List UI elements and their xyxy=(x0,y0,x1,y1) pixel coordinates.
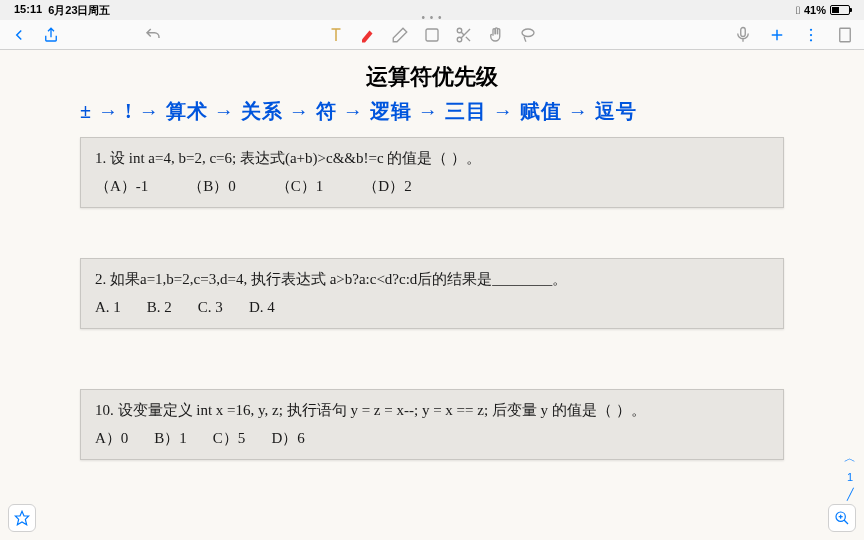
svg-line-5 xyxy=(461,32,464,35)
scissors-icon[interactable] xyxy=(455,26,473,44)
status-date: 6月23日周五 xyxy=(48,3,110,18)
svg-rect-7 xyxy=(741,27,746,36)
battery-icon xyxy=(830,5,850,15)
svg-point-1 xyxy=(457,28,462,33)
svg-line-16 xyxy=(844,520,848,524)
add-icon[interactable] xyxy=(768,26,786,44)
question-2: 2. 如果a=1,b=2,c=3,d=4, 执行表达式 a>b?a:c<d?c:… xyxy=(80,258,784,329)
svg-point-11 xyxy=(810,33,812,35)
question-10: 10. 设变量定义 int x =16, y, z; 执行语句 y = z = … xyxy=(80,389,784,460)
wifi-icon: 􀙇 xyxy=(796,4,800,16)
note-canvas[interactable]: 运算符优先级 ± → ! → 算术 → 关系 → 符 → 逻辑 → 三目 → 赋… xyxy=(0,50,864,540)
svg-rect-0 xyxy=(426,29,438,41)
toolbar: • • • xyxy=(0,20,864,50)
nav-up-icon[interactable]: ︿ xyxy=(844,450,856,467)
svg-marker-14 xyxy=(15,511,28,524)
q2-opt-b: B. 2 xyxy=(147,295,172,321)
q1-opt-c: （C）1 xyxy=(276,174,324,200)
q1-opt-b: （B）0 xyxy=(188,174,236,200)
status-time: 15:11 xyxy=(14,3,42,18)
q1-opt-a: （A）-1 xyxy=(95,174,148,200)
q1-opt-d: （D）2 xyxy=(363,174,411,200)
hand-tool-icon[interactable] xyxy=(487,26,505,44)
handwritten-title: 运算符优先级 xyxy=(60,62,804,92)
share-icon[interactable] xyxy=(42,26,60,44)
undo-icon[interactable] xyxy=(144,26,162,44)
marker-tool-icon[interactable] xyxy=(359,26,377,44)
q2-opt-a: A. 1 xyxy=(95,295,121,321)
svg-point-6 xyxy=(522,29,534,37)
mic-icon[interactable] xyxy=(734,26,752,44)
shape-tool-icon[interactable] xyxy=(423,26,441,44)
svg-point-10 xyxy=(810,28,812,30)
drag-dots[interactable]: • • • xyxy=(421,12,442,23)
page-view-icon[interactable] xyxy=(836,26,854,44)
text-tool-icon[interactable] xyxy=(327,26,345,44)
q10-opt-d: D）6 xyxy=(271,426,304,452)
page-current: 1 xyxy=(847,471,853,484)
q2-opt-c: C. 3 xyxy=(198,295,223,321)
svg-rect-13 xyxy=(840,28,851,42)
eraser-tool-icon[interactable] xyxy=(391,26,409,44)
question-1: 1. 设 int a=4, b=2, c=6; 表达式(a+b)>c&&b!=c… xyxy=(80,137,784,208)
q10-opt-b: B）1 xyxy=(154,426,187,452)
more-icon[interactable] xyxy=(802,26,820,44)
q10-opt-a: A）0 xyxy=(95,426,128,452)
q1-text: 1. 设 int a=4, b=2, c=6; 表达式(a+b)>c&&b!=c… xyxy=(95,146,769,172)
svg-line-4 xyxy=(466,36,470,40)
q10-text: 10. 设变量定义 int x =16, y, z; 执行语句 y = z = … xyxy=(95,398,769,424)
page-sep: ╱ xyxy=(847,488,854,501)
q10-opt-c: C）5 xyxy=(213,426,246,452)
q2-opt-d: D. 4 xyxy=(249,295,275,321)
lasso-tool-icon[interactable] xyxy=(519,26,537,44)
battery-pct: 41% xyxy=(804,4,826,16)
bookmark-button[interactable] xyxy=(8,504,36,532)
back-icon[interactable] xyxy=(10,26,28,44)
svg-point-2 xyxy=(457,37,462,42)
svg-point-12 xyxy=(810,39,812,41)
handwritten-sequence: ± → ! → 算术 → 关系 → 符 → 逻辑 → 三目 → 赋值 → 逗号 xyxy=(60,98,804,125)
zoom-button[interactable] xyxy=(828,504,856,532)
q2-text: 2. 如果a=1,b=2,c=3,d=4, 执行表达式 a>b?a:c<d?c:… xyxy=(95,267,769,293)
